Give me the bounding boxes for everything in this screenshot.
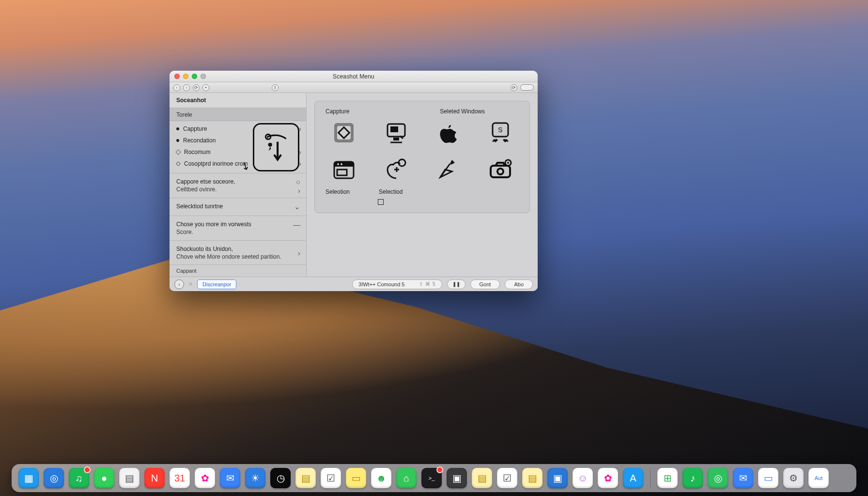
dock-clock[interactable]: ◷ [270, 468, 291, 488]
sidebar-block-title: Cappore etse soceore, [176, 178, 299, 185]
window-title: Sceashot Menu [333, 73, 374, 80]
dock-finder[interactable]: ▦ [18, 468, 39, 488]
sidebar-item-label: Cappture [183, 125, 207, 132]
toolbar-back-icon[interactable]: ‹ [173, 84, 180, 91]
bottombar-chip[interactable]: Discreanpor [197, 279, 236, 289]
notification-badge [84, 466, 91, 473]
tile-apple-logo[interactable] [428, 119, 469, 147]
sidebar-block-sub: Celltbed ovinre. [176, 186, 299, 193]
dock-notes-d[interactable]: ▤ [522, 468, 542, 488]
dock: ▦◎♫●▤N31✿✉☀◷▤☑▭☻⌂>_ ▣▤☑▤▣☺✿A⊞♪◎✉▭⚙Aut [12, 464, 856, 492]
svg-text:S: S [498, 126, 502, 134]
dock-mail[interactable]: ✉ [220, 468, 240, 488]
tile-record-screen[interactable] [324, 155, 364, 184]
sidebar-item-recondation[interactable]: Recondation [170, 135, 306, 146]
toolbar-share-icon[interactable]: ⇪ [272, 84, 279, 91]
dock-notes-a[interactable]: ▤ [119, 468, 140, 488]
chevron-right-icon: › [299, 160, 301, 168]
close-button[interactable] [174, 74, 180, 79]
bottombar: ‹ ✕ Discreanpor 3IWt++ Comound 5 ⇧ ⌘ 5 ❚… [170, 277, 538, 291]
sidebar-block-1[interactable]: Cappore etse soceore, Celltbed ovinre. ○… [170, 175, 306, 196]
toolbar-dot-icon[interactable]: • [202, 84, 209, 91]
dash-icon: — [293, 220, 300, 229]
sidebar-block-2[interactable]: Selecktiod tunrtne ⌄ [170, 200, 306, 214]
tile-capture-fullscreen[interactable] [324, 119, 364, 147]
sidebar-item-capture[interactable]: Cappture › [170, 123, 306, 135]
dock-notes-c[interactable]: ▤ [472, 468, 492, 488]
minimize-button[interactable] [183, 74, 188, 79]
sidebar-item-rocomum[interactable]: Rocomum › [170, 146, 306, 158]
dock-music[interactable]: ♪ [682, 468, 703, 488]
sidebar-block-sub: Chove whe More ondore seeted parition. [176, 253, 299, 260]
dock-photos[interactable]: ✿ [195, 468, 215, 488]
dock-preview[interactable]: Aut [808, 468, 829, 488]
pause-pill[interactable]: ❚❚ [447, 279, 465, 289]
dock-find[interactable]: ◎ [708, 468, 728, 488]
dock-terminal[interactable]: >_ [421, 468, 442, 488]
dock-launchpad[interactable]: ⊞ [657, 468, 678, 488]
chevron-right-icon: › [299, 148, 301, 156]
sidebar-block-title: Shockuoto its Unidon, [176, 246, 299, 252]
bullet-icon [176, 127, 179, 130]
dock-reminders2[interactable]: ☑ [497, 468, 517, 488]
dock-stickies[interactable]: ▭ [346, 468, 366, 488]
sidebar-item-label: Recondation [183, 137, 216, 144]
dock-folder[interactable]: ▣ [447, 468, 467, 488]
titlebar[interactable]: Sceashot Menu [170, 71, 538, 82]
svg-point-20 [507, 162, 509, 164]
tile-camera-location[interactable] [480, 155, 521, 184]
dock-contacts[interactable]: ▭ [758, 468, 778, 488]
dock-spotify[interactable]: ♫ [69, 468, 89, 488]
bottombar-back-icon[interactable]: ‹ [174, 279, 184, 289]
sidebar-block-title: Selecktiod tunrtne [176, 203, 299, 210]
notification-badge [436, 466, 443, 473]
dock-photos2[interactable]: ✿ [598, 468, 618, 488]
sidebar-block-4[interactable]: Shockuoto its Unidon, Chove whe More ond… [170, 242, 306, 264]
shortcut-glyphs: ⇧ ⌘ 5 [419, 281, 435, 287]
sidebar-block-3[interactable]: Chose you more im vorwests Score. — [170, 217, 306, 239]
dock-calendar[interactable]: 31 [170, 468, 190, 488]
toolbar-reload-right-icon[interactable]: ⟳ [511, 84, 517, 91]
traffic-lights [174, 74, 206, 79]
sidebar-list: ↘ Cappture › Recondation Rocomum › [170, 121, 306, 171]
sidebar-item-label: Cosoptprd inorinoe crom [184, 160, 248, 167]
toolbar-capsule[interactable] [520, 84, 534, 91]
dock-messages[interactable]: ● [94, 468, 114, 488]
tile-capture-selection-box[interactable]: S [480, 119, 521, 147]
svg-point-13 [341, 163, 342, 165]
chevron-down-icon: ⌄ [294, 202, 300, 211]
dock-separator [650, 468, 651, 488]
tile-pointer-select[interactable] [428, 155, 469, 184]
small-square-icon [378, 199, 384, 205]
dock-reminders[interactable]: ☑ [321, 468, 341, 488]
dock-camera[interactable]: ▣ [547, 468, 568, 488]
sidebar: Soceanhot Torele ↘ Cappture › Recondati [170, 93, 307, 277]
dock-weather[interactable]: ☀ [245, 468, 265, 488]
dock-appstore[interactable]: A [623, 468, 643, 488]
svg-point-12 [337, 163, 339, 165]
bullet-icon [176, 139, 179, 142]
dock-news[interactable]: N [144, 468, 165, 488]
svg-point-18 [498, 170, 502, 173]
gont-button[interactable]: Gont [470, 279, 500, 289]
dock-facetime[interactable]: ☻ [371, 468, 391, 488]
ring-icon [176, 162, 180, 166]
toolbar-refresh-icon[interactable]: ⟳ [193, 84, 200, 91]
dock-settings[interactable]: ⚙ [783, 468, 804, 488]
abo-button[interactable]: Abo [505, 279, 533, 289]
sidebar-item-cosoptprd[interactable]: Cosoptprd inorinoe crom › [170, 158, 306, 170]
dock-mail2[interactable]: ✉ [733, 468, 753, 488]
dock-chat[interactable]: ⌂ [396, 468, 417, 488]
maximize-button[interactable] [192, 74, 197, 79]
sidebar-block-title: Chose you more im vorwests [176, 221, 299, 228]
dock-character[interactable]: ☺ [573, 468, 593, 488]
toolbar-forward-icon[interactable]: › [183, 84, 190, 91]
tile-capture-display[interactable] [376, 119, 417, 147]
sidebar-header: Soceanhot [170, 93, 306, 108]
dock-safari[interactable]: ◎ [44, 468, 64, 488]
keyboard-shortcut-display: 3IWt++ Comound 5 ⇧ ⌘ 5 [352, 279, 442, 289]
dock-notes-b[interactable]: ▤ [295, 468, 316, 488]
circle-icon: ○ [296, 178, 300, 186]
svg-rect-14 [337, 170, 347, 175]
tile-add-selection[interactable] [376, 155, 417, 184]
